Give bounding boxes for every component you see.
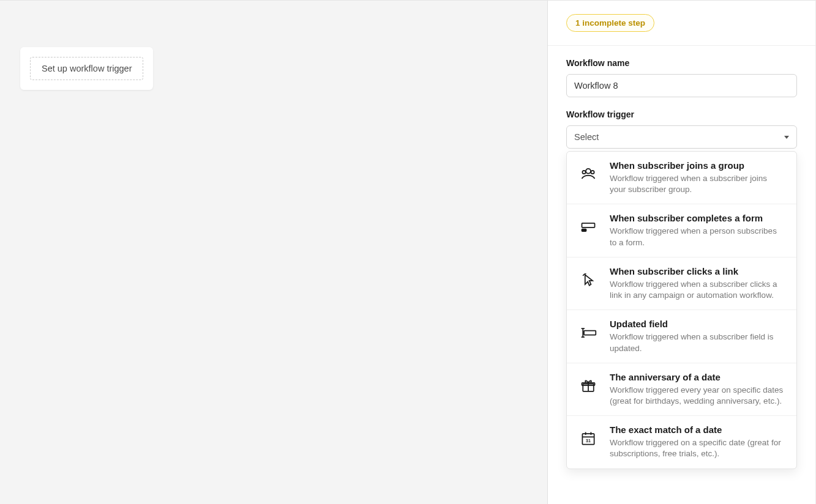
- option-title: When subscriber completes a form: [610, 213, 785, 223]
- option-title: Updated field: [610, 319, 785, 329]
- calendar-icon: 31: [578, 428, 599, 449]
- trigger-select-value: Select: [574, 132, 599, 142]
- option-desc: Workflow triggered when a person subscri…: [610, 226, 785, 248]
- text-field-icon: [578, 322, 599, 343]
- svg-text:31: 31: [586, 439, 591, 443]
- option-desc: Workflow triggered on a specific date (g…: [610, 437, 785, 459]
- option-anniversary-date[interactable]: The anniversary of a date Workflow trigg…: [567, 363, 796, 416]
- option-clicks-link[interactable]: When subscriber clicks a link Workflow t…: [567, 258, 796, 310]
- option-desc: Workflow triggered when a subscriber fie…: [610, 332, 785, 354]
- option-title: When subscriber joins a group: [610, 160, 785, 171]
- option-completes-form[interactable]: When subscriber completes a form Workflo…: [567, 204, 796, 257]
- option-joins-group[interactable]: When subscriber joins a group Workflow t…: [567, 152, 796, 204]
- option-desc: Workflow triggered when a subscriber joi…: [610, 173, 785, 195]
- workflow-trigger-label: Workflow trigger: [566, 109, 797, 119]
- chevron-down-icon: [784, 136, 789, 139]
- group-icon: [578, 164, 599, 185]
- setup-trigger-label: Set up workflow trigger: [42, 64, 132, 73]
- setup-trigger-button[interactable]: Set up workflow trigger: [30, 57, 143, 80]
- workflow-name-input[interactable]: [566, 74, 797, 97]
- sidebar-header: 1 incomplete step: [548, 1, 815, 46]
- form-icon: [578, 217, 599, 237]
- workflow-name-label: Workflow name: [566, 58, 797, 68]
- svg-rect-4: [582, 229, 586, 232]
- option-title: The anniversary of a date: [610, 372, 785, 382]
- svg-rect-5: [584, 331, 596, 335]
- option-desc: Workflow triggered when a subscriber cli…: [610, 279, 785, 301]
- trigger-dropdown: When subscriber joins a group Workflow t…: [566, 151, 797, 469]
- option-updated-field[interactable]: Updated field Workflow triggered when a …: [567, 310, 796, 363]
- gift-icon: [578, 376, 599, 396]
- svg-point-2: [591, 171, 594, 174]
- option-title: When subscriber clicks a link: [610, 266, 785, 276]
- trigger-select[interactable]: Select: [566, 125, 797, 149]
- settings-sidebar: 1 incomplete step Workflow name Workflow…: [548, 1, 816, 504]
- incomplete-badge: 1 incomplete step: [566, 14, 654, 32]
- sidebar-body: Workflow name Workflow trigger Select: [548, 46, 815, 487]
- svg-rect-3: [582, 223, 595, 228]
- option-desc: Workflow triggered every year on specifi…: [610, 385, 785, 407]
- cursor-icon: [578, 270, 599, 291]
- trigger-card: Set up workflow trigger: [20, 47, 153, 90]
- svg-point-0: [586, 169, 591, 174]
- svg-point-1: [582, 171, 585, 174]
- option-title: The exact match of a date: [610, 424, 785, 435]
- option-exact-date[interactable]: 31 The exact match of a date Workflow tr…: [567, 416, 796, 468]
- workflow-canvas: Set up workflow trigger: [0, 1, 548, 504]
